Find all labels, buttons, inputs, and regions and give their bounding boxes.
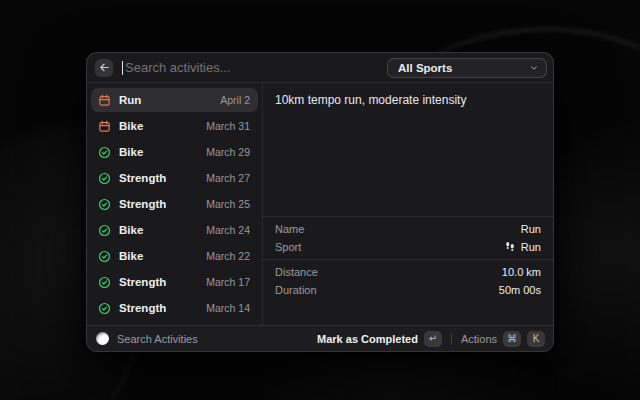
mark-as-completed-label: Mark as Completed bbox=[317, 333, 418, 345]
activity-date: March 29 bbox=[206, 146, 250, 158]
metadata-value-text: 50m 00s bbox=[499, 284, 541, 296]
activity-name: Bike bbox=[119, 120, 206, 132]
metadata-label: Sport bbox=[275, 241, 504, 253]
desktop-wallpaper: Search activities... All Sports RunApril… bbox=[0, 0, 640, 400]
activity-row[interactable]: BikeMarch 22 bbox=[91, 244, 258, 268]
metadata-label: Duration bbox=[275, 284, 499, 296]
sport-filter-value: All Sports bbox=[398, 62, 529, 74]
activity-name: Bike bbox=[119, 250, 206, 262]
activity-date: March 24 bbox=[206, 224, 250, 236]
metadata-value: 10.0 km bbox=[502, 266, 541, 278]
search-input[interactable]: Search activities... bbox=[125, 60, 387, 75]
app-icon bbox=[96, 332, 109, 345]
command-key-icon: ⌘ bbox=[503, 331, 521, 347]
metadata-value: 50m 00s bbox=[499, 284, 541, 296]
activity-date: March 14 bbox=[206, 302, 250, 314]
back-arrow-icon bbox=[99, 62, 110, 73]
activity-metadata: NameRunSportRunDistance10.0 kmDuration50… bbox=[263, 213, 553, 299]
mark-as-completed-button[interactable]: Mark as Completed ↵ bbox=[317, 331, 442, 347]
back-button[interactable] bbox=[95, 59, 113, 77]
activity-row[interactable]: BikeMarch 31 bbox=[91, 114, 258, 138]
metadata-divider bbox=[263, 216, 553, 217]
check-circle-icon bbox=[98, 198, 111, 211]
footprints-icon bbox=[504, 241, 516, 253]
window-body: RunApril 2BikeMarch 31BikeMarch 29Streng… bbox=[87, 83, 553, 325]
activity-row[interactable]: StrengthMarch 14 bbox=[91, 296, 258, 320]
activity-date: March 31 bbox=[206, 120, 250, 132]
chevron-down-icon bbox=[529, 63, 539, 73]
actions-button[interactable]: Actions ⌘ K bbox=[461, 331, 545, 347]
search-activities-window: Search activities... All Sports RunApril… bbox=[86, 52, 554, 352]
activity-description: 10km tempo run, moderate intensity bbox=[275, 93, 541, 109]
activity-row[interactable]: RunApril 2 bbox=[91, 88, 258, 112]
activity-date: March 27 bbox=[206, 172, 250, 184]
sport-filter-dropdown[interactable]: All Sports bbox=[387, 58, 547, 78]
activity-name: Bike bbox=[119, 224, 206, 236]
check-circle-icon bbox=[98, 224, 111, 237]
activity-name: Bike bbox=[119, 146, 206, 158]
activity-name: Strength bbox=[119, 172, 206, 184]
window-footer: Search Activities Mark as Completed ↵ Ac… bbox=[87, 325, 553, 351]
activity-row[interactable]: StrengthMarch 27 bbox=[91, 166, 258, 190]
check-circle-icon bbox=[98, 172, 111, 185]
calendar-icon bbox=[98, 94, 111, 107]
actions-label: Actions bbox=[461, 333, 497, 345]
activity-row[interactable]: BikeMarch 24 bbox=[91, 218, 258, 242]
calendar-icon bbox=[98, 120, 111, 133]
metadata-row: NameRun bbox=[263, 220, 553, 238]
check-circle-icon bbox=[98, 146, 111, 159]
metadata-divider bbox=[263, 259, 553, 260]
footer-actions: Mark as Completed ↵ Actions ⌘ K bbox=[317, 331, 545, 347]
activity-row[interactable]: StrengthMarch 25 bbox=[91, 192, 258, 216]
activity-name: Strength bbox=[119, 276, 206, 288]
metadata-row: Distance10.0 km bbox=[263, 263, 553, 281]
metadata-value-text: Run bbox=[521, 241, 541, 253]
activity-row[interactable]: StrengthMarch 17 bbox=[91, 270, 258, 294]
activity-date: March 22 bbox=[206, 250, 250, 262]
activity-name: Run bbox=[119, 94, 220, 106]
text-cursor bbox=[122, 61, 123, 75]
metadata-value-text: Run bbox=[521, 223, 541, 235]
activity-detail-panel: 10km tempo run, moderate intensity NameR… bbox=[263, 83, 553, 325]
metadata-label: Name bbox=[275, 223, 521, 235]
activity-name: Strength bbox=[119, 302, 206, 314]
activity-row[interactable]: BikeMarch 29 bbox=[91, 140, 258, 164]
metadata-value: Run bbox=[504, 241, 541, 253]
footer-command-label: Search Activities bbox=[117, 333, 317, 345]
activity-name: Strength bbox=[119, 198, 206, 210]
check-circle-icon bbox=[98, 302, 111, 315]
metadata-row: Duration50m 00s bbox=[263, 281, 553, 299]
activity-date: March 25 bbox=[206, 198, 250, 210]
check-circle-icon bbox=[98, 276, 111, 289]
check-circle-icon bbox=[98, 250, 111, 263]
activity-date: March 17 bbox=[206, 276, 250, 288]
metadata-value-text: 10.0 km bbox=[502, 266, 541, 278]
footer-divider bbox=[451, 333, 452, 345]
k-key-icon: K bbox=[527, 331, 545, 347]
metadata-label: Distance bbox=[275, 266, 502, 278]
activity-date: April 2 bbox=[220, 94, 250, 106]
return-key-icon: ↵ bbox=[424, 331, 442, 347]
metadata-value: Run bbox=[521, 223, 541, 235]
window-header: Search activities... All Sports bbox=[87, 53, 553, 83]
metadata-row: SportRun bbox=[263, 238, 553, 256]
activity-list: RunApril 2BikeMarch 31BikeMarch 29Streng… bbox=[87, 83, 263, 325]
